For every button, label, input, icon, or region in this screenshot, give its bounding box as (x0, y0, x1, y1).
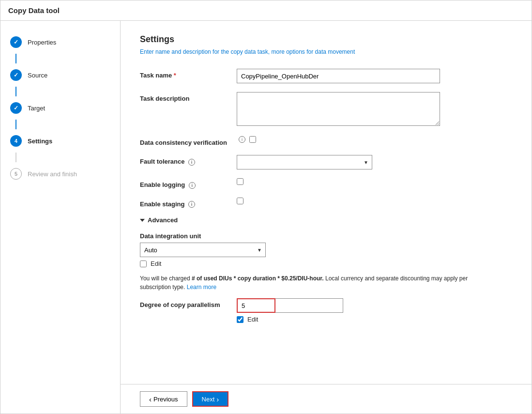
diu-label: Data integration unit (140, 232, 512, 240)
parallelism-controls: Edit (237, 298, 343, 323)
parallelism-edit-row: Edit (237, 316, 343, 323)
connector-4 (15, 153, 16, 162)
main-content: Properties Source Target 4 Settings (0, 21, 532, 414)
sidebar-label-properties: Properties (28, 39, 56, 46)
fault-tolerance-control: ▼ (237, 155, 440, 169)
task-description-control (237, 92, 440, 127)
enable-logging-control (237, 178, 440, 186)
task-description-input[interactable] (237, 92, 440, 126)
next-button[interactable]: Next (192, 391, 229, 407)
task-description-label: Task description (140, 92, 237, 102)
enable-logging-row: Enable logging i (140, 178, 512, 189)
sidebar-item-properties[interactable]: Properties (0, 31, 120, 54)
connector-3 (15, 120, 16, 129)
sidebar-item-review: 5 Review and finish (0, 162, 120, 185)
sidebar: Properties Source Target 4 Settings (0, 21, 121, 414)
enable-staging-row: Enable staging i (140, 198, 512, 208)
step-circle-target (10, 102, 22, 114)
section-title: Settings (140, 34, 512, 45)
task-name-label: Task name (140, 69, 237, 79)
content-area: Settings Enter name and description for … (121, 21, 532, 414)
sidebar-item-settings[interactable]: 4 Settings (0, 129, 120, 153)
app-title: Copy Data tool (8, 6, 60, 15)
step-circle-source (10, 69, 22, 81)
sidebar-item-source[interactable]: Source (0, 63, 120, 87)
enable-staging-info-icon[interactable]: i (188, 201, 195, 208)
fault-tolerance-select-wrap: ▼ (237, 155, 372, 169)
chevron-right-icon (216, 395, 219, 403)
data-consistency-label: Data consistency verification (140, 136, 237, 146)
diu-section: Data integration unit Auto 2 4 8 16 32 ▼ (140, 232, 512, 267)
connector-1 (15, 54, 16, 63)
parallelism-row: Degree of copy parallelism Edit (140, 298, 512, 323)
task-name-row: Task name (140, 69, 512, 83)
fault-tolerance-select[interactable] (237, 155, 372, 169)
parallelism-edit-checkbox[interactable] (237, 316, 243, 323)
diu-edit-row: Edit (140, 260, 512, 267)
charge-bold: # of used DIUs * copy duration * $0.25/D… (192, 275, 324, 282)
advanced-toggle[interactable]: Advanced (140, 216, 512, 224)
fault-tolerance-label: Fault tolerance i (140, 155, 237, 166)
data-consistency-info-icon[interactable]: i (239, 136, 245, 143)
advanced-triangle-icon (140, 219, 145, 222)
parallelism-inputs (237, 298, 343, 313)
enable-logging-info-icon[interactable]: i (189, 182, 196, 189)
step-circle-review: 5 (10, 168, 22, 180)
diu-edit-label: Edit (151, 260, 161, 267)
connector-2 (15, 87, 16, 96)
enable-logging-checkbox[interactable] (237, 178, 243, 185)
data-consistency-checkbox[interactable] (249, 136, 256, 143)
enable-staging-control (237, 198, 440, 206)
section-subtitle: Enter name and description for the copy … (140, 48, 512, 55)
diu-select[interactable]: Auto 2 4 8 16 32 (140, 243, 266, 257)
task-name-control (237, 69, 440, 83)
step-circle-properties (10, 36, 22, 48)
fault-tolerance-row: Fault tolerance i ▼ (140, 155, 512, 169)
task-description-row: Task description (140, 92, 512, 127)
sidebar-item-target[interactable]: Target (0, 96, 120, 120)
next-label: Next (202, 396, 215, 403)
content-scroll: Settings Enter name and description for … (121, 21, 532, 384)
app-container: Copy Data tool Properties Source Target (0, 0, 532, 414)
sidebar-label-target: Target (28, 105, 45, 112)
sidebar-label-settings: Settings (28, 138, 52, 145)
parallelism-input-2[interactable] (275, 298, 343, 313)
data-consistency-row: Data consistency verification i (140, 136, 512, 146)
diu-select-wrap: Auto 2 4 8 16 32 ▼ (140, 243, 266, 257)
parallelism-input-1[interactable] (237, 298, 275, 313)
chevron-left-icon (149, 395, 152, 403)
advanced-label: Advanced (148, 216, 178, 224)
sidebar-label-source: Source (28, 72, 47, 79)
charge-notice: You will be charged # of used DIUs * cop… (140, 274, 469, 291)
enable-logging-label: Enable logging i (140, 178, 237, 189)
diu-edit-checkbox[interactable] (140, 261, 147, 267)
step-circle-settings: 4 (10, 135, 22, 147)
advanced-section: Advanced (140, 216, 512, 224)
data-consistency-control: i (237, 136, 440, 143)
learn-more-link[interactable]: Learn more (187, 284, 216, 291)
parallelism-edit-label: Edit (247, 316, 258, 323)
parallelism-label: Degree of copy parallelism (140, 298, 237, 308)
previous-button[interactable]: Previous (140, 391, 187, 407)
enable-staging-checkbox[interactable] (237, 198, 243, 204)
footer: Previous Next (121, 384, 532, 414)
sidebar-label-review: Review and finish (28, 170, 77, 178)
charge-part1: You will be charged (140, 275, 192, 282)
task-name-input[interactable] (237, 69, 440, 83)
title-bar: Copy Data tool (0, 0, 532, 21)
fault-tolerance-info-icon[interactable]: i (188, 159, 195, 166)
enable-staging-label: Enable staging i (140, 198, 237, 208)
previous-label: Previous (153, 396, 178, 403)
